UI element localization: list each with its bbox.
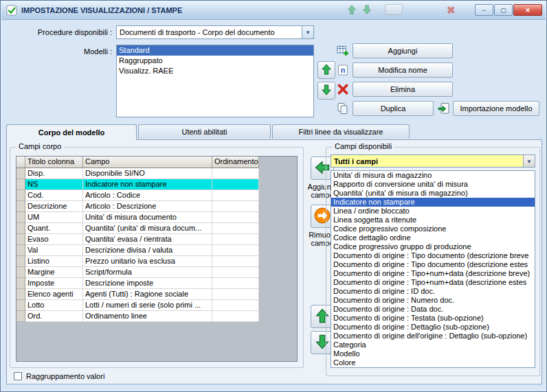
down-arrow-icon xyxy=(320,84,333,97)
list-item[interactable]: Codice dettaglio ordine xyxy=(331,233,535,242)
procedures-combobox[interactable]: Documenti di trasporto - Corpo del docum… xyxy=(116,25,314,39)
chevron-down-icon[interactable]: ▾ xyxy=(302,26,313,38)
table-row[interactable]: Elenco agentiAgenti (Tutti) : Ragione so… xyxy=(16,289,297,300)
list-item[interactable]: Documento di origine : Tipo documento (d… xyxy=(331,251,535,260)
list-item[interactable]: Documento di origine : ID doc. xyxy=(331,287,535,296)
table-row[interactable]: MargineScript/formula xyxy=(16,267,297,278)
list-item[interactable]: Documento di origine : Testata (sub-opzi… xyxy=(331,314,535,323)
cell-order xyxy=(212,267,259,278)
list-item[interactable]: Linea soggetta a ritenute xyxy=(331,216,535,224)
list-item[interactable]: Colore xyxy=(331,358,535,367)
models-label: Modelli : xyxy=(8,45,112,58)
table-row[interactable]: ImposteDescrizione imposte xyxy=(16,278,297,289)
list-item[interactable]: Documento di origine : Data doc. xyxy=(331,305,535,314)
body-fields-group-label: Campi corpo xyxy=(16,142,64,150)
list-item[interactable]: Linea / ordine bloccato xyxy=(331,207,535,216)
column-header[interactable]: Titolo colonna xyxy=(25,157,83,168)
list-item[interactable]: Documento di origine dell'origine : Dett… xyxy=(331,332,535,341)
row-marker xyxy=(16,212,25,223)
cell-title: Cod. xyxy=(25,190,83,201)
cell-field: Descrizione divisa / valuta xyxy=(83,245,212,256)
list-item[interactable]: Categoria xyxy=(331,341,535,349)
cell-field: Quantita' evasa / rientrata xyxy=(83,234,212,245)
cell-field: Articolo : Codice xyxy=(83,190,212,201)
list-item[interactable]: Modello xyxy=(331,349,535,358)
list-item[interactable]: Unita' di misura di magazzino xyxy=(331,171,535,180)
grouping-checkbox[interactable] xyxy=(14,372,22,380)
model-move-down-button[interactable] xyxy=(317,82,335,100)
list-item[interactable]: Standard xyxy=(117,45,313,56)
list-item[interactable]: Documento di origine : Tipo+num+data (de… xyxy=(331,278,535,287)
cell-order xyxy=(212,245,259,256)
table-row[interactable]: Cod.Articolo : Codice xyxy=(16,190,297,201)
cell-title: NS xyxy=(25,179,83,190)
cell-title: Val xyxy=(25,245,83,256)
table-row[interactable]: Quant.Quantita' (unita' di misura docum.… xyxy=(16,223,297,234)
background-button-shape xyxy=(385,4,403,15)
rename-model-button[interactable]: Modifica nome xyxy=(353,62,453,78)
table-row[interactable]: Ord.Ordinamento linee xyxy=(16,311,297,322)
cell-field: Articolo : Descrizione xyxy=(83,201,212,212)
list-item[interactable]: Quantita' (unita' di misura di magazzino… xyxy=(331,189,535,198)
import-model-button[interactable]: Importazione modello xyxy=(453,101,539,116)
cell-field: Agenti (Tutti) : Ragione sociale xyxy=(83,289,212,300)
column-header[interactable]: Campo xyxy=(83,157,212,168)
table-row[interactable]: Disp.Disponibile SI/NO xyxy=(16,168,297,179)
list-item[interactable]: Codice progressivo gruppo di produzione xyxy=(331,242,535,251)
available-fields-group-label: Campi disponibili xyxy=(332,142,394,150)
grouping-checkbox-label: Raggruppamento valori xyxy=(26,372,104,380)
row-marker xyxy=(16,190,25,201)
list-item[interactable]: Documento di origine : Tipo+num+data (de… xyxy=(331,269,535,278)
list-item[interactable]: Visualizz. RAEE xyxy=(117,66,313,76)
close-button[interactable]: ✕ xyxy=(513,4,542,16)
row-marker xyxy=(16,223,25,234)
cell-order xyxy=(212,223,259,234)
list-item[interactable]: Documento di origine : Dettaglio (sub-op… xyxy=(331,323,535,332)
cell-field: Indicatore non stampare xyxy=(83,179,212,190)
chevron-down-icon[interactable]: ▾ xyxy=(523,155,535,167)
cell-field: Ordinamento linee xyxy=(83,311,212,322)
row-marker xyxy=(16,289,25,300)
import-model-icon xyxy=(438,102,450,115)
field-filter-value: Tutti i campi xyxy=(331,155,523,167)
table-row[interactable]: ListinoPrezzo unitario iva esclusa xyxy=(16,256,297,267)
table-row[interactable]: DescrizioneArticolo : Descrizione xyxy=(16,201,297,212)
table-row[interactable]: EvasoQuantita' evasa / rientrata xyxy=(16,234,297,245)
row-marker xyxy=(16,300,25,311)
tab-utenti-abilitati[interactable]: Utenti abilitati xyxy=(138,124,271,139)
column-header[interactable]: Ordinamento xyxy=(212,157,259,168)
background-close-x-icon: ✖ xyxy=(447,4,456,16)
list-item[interactable]: Documento di origine : Numero doc. xyxy=(331,296,535,305)
cell-field: Lotti / numeri di serie (solo primi ... xyxy=(83,300,212,311)
tab-page-corpo: Campi corpo Titolo colonna Campo Ordinam… xyxy=(6,139,542,384)
table-row-selected[interactable]: NSIndicatore non stampare xyxy=(16,179,297,190)
cell-title: Elenco agenti xyxy=(25,289,83,300)
add-model-button[interactable]: Aggiungi xyxy=(353,43,453,58)
cell-title: Quant. xyxy=(25,223,83,234)
minimize-button[interactable]: – xyxy=(475,4,493,16)
table-row[interactable]: LottoLotti / numeri di serie (solo primi… xyxy=(16,300,297,311)
grouping-checkbox-row: Raggruppamento valori xyxy=(14,372,104,380)
settings-dialog: IMPOSTAZIONE VISUALIZZAZIONI / STAMPE ✖ … xyxy=(0,0,547,392)
list-item[interactable]: Codice progressivo composizione xyxy=(331,224,535,233)
list-item[interactable]: Raggruppato xyxy=(117,56,313,66)
model-move-up-button[interactable] xyxy=(317,61,335,79)
delete-model-button[interactable]: Elimina xyxy=(353,82,453,97)
table-row[interactable]: UMUnita' di misura documento xyxy=(16,212,297,223)
cell-title: Evaso xyxy=(25,234,83,245)
list-item[interactable]: Rapporto di conversione unita' di misura xyxy=(331,180,535,189)
cell-order xyxy=(212,234,259,245)
titlebar: IMPOSTAZIONE VISUALIZZAZIONI / STAMPE ✖ … xyxy=(1,1,546,20)
tab-corpo-del-modello[interactable]: Corpo del modello xyxy=(6,124,137,140)
procedures-label: Procedure disponibili : xyxy=(8,25,112,39)
duplicate-model-button[interactable]: Duplica xyxy=(353,101,434,116)
list-item-selected[interactable]: Indicatore non stampare xyxy=(331,198,535,207)
cell-title: Descrizione xyxy=(25,201,83,212)
tab-filtri-linee[interactable]: Filtri linee da visualizzare xyxy=(272,124,410,139)
background-down-arrow-icon xyxy=(361,4,372,16)
cell-order xyxy=(212,168,259,179)
maximize-button[interactable]: ▢ xyxy=(494,4,513,16)
field-filter-combobox[interactable]: Tutti i campi ▾ xyxy=(331,154,535,168)
list-item[interactable]: Documento di origine : Tipo documento (d… xyxy=(331,260,535,269)
table-row[interactable]: ValDescrizione divisa / valuta xyxy=(16,245,297,256)
